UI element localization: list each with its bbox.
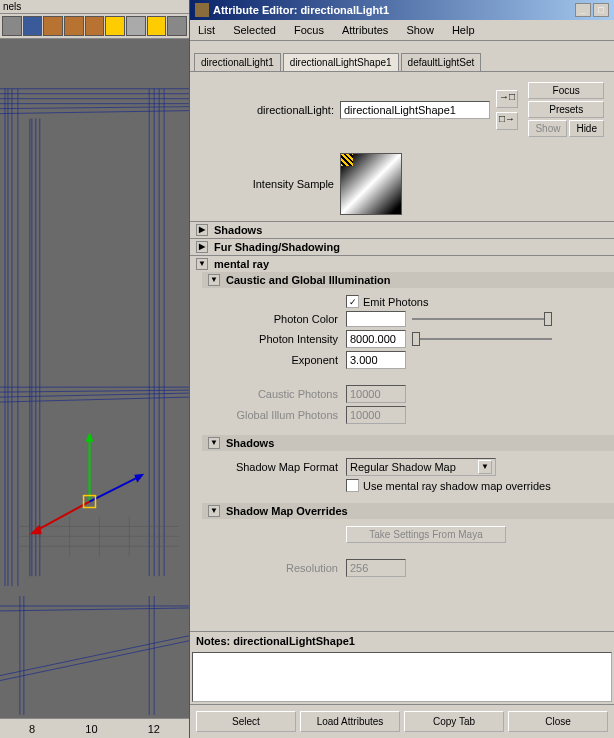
collapse-icon: ▶ [196,224,208,236]
output-connection-icon[interactable]: □→ [496,112,518,130]
shelf-icon[interactable] [147,16,167,36]
shelf-icon[interactable] [2,16,22,36]
global-illum-input [346,406,406,424]
tab-lightset[interactable]: defaultLightSet [401,53,482,71]
input-connection-icon[interactable]: →□ [496,90,518,108]
minimize-button[interactable]: _ [575,3,591,17]
notes-header: Notes: directionalLightShape1 [190,631,614,650]
shelf-icon[interactable] [85,16,105,36]
section-fur[interactable]: ▶ Fur Shading/Shadowing [190,239,614,255]
svg-line-41 [90,477,140,502]
section-title: Caustic and Global Illumination [226,274,390,286]
menu-list[interactable]: List [194,22,219,38]
global-illum-label: Global Illum Photons [226,409,346,421]
section-mentalray[interactable]: ▼ mental ray [190,256,614,272]
chevron-down-icon: ▼ [478,460,492,474]
caustic-photons-label: Caustic Photons [226,388,346,400]
menu-show[interactable]: Show [402,22,438,38]
section-title: mental ray [214,258,269,270]
menu-attributes[interactable]: Attributes [338,22,392,38]
section-title: Shadow Map Overrides [226,505,348,517]
select-button[interactable]: Select [196,711,296,732]
take-settings-button: Take Settings From Maya [346,526,506,543]
menu-selected[interactable]: Selected [229,22,280,38]
shadow-format-select[interactable]: Regular Shadow Map ▼ [346,458,496,476]
section-caustic[interactable]: ▼ Caustic and Global Illumination [202,272,614,288]
tab-bar: directionalLight1 directionalLightShape1… [190,49,614,71]
resolution-input [346,559,406,577]
photon-color-slider[interactable] [412,311,552,327]
window-title: Attribute Editor: directionalLight1 [213,4,575,16]
section-title: Shadows [214,224,262,236]
svg-line-19 [0,390,189,392]
notes-textarea[interactable] [192,652,612,702]
panel-title: nels [0,0,189,14]
collapse-icon: ▶ [196,241,208,253]
presets-button[interactable]: Presets [528,101,604,118]
frame-label: 8 [29,723,35,735]
frame-label: 10 [85,723,97,735]
exponent-label: Exponent [226,354,346,366]
viewport-3d[interactable] [0,39,189,718]
menu-focus[interactable]: Focus [290,22,328,38]
sample-label: Intensity Sample [200,178,340,190]
use-overrides-label: Use mental ray shadow map overrides [363,480,551,492]
close-button[interactable]: Close [508,711,608,732]
svg-line-39 [35,502,90,532]
svg-line-4 [0,107,189,109]
emit-photons-checkbox[interactable]: ✓ [346,295,359,308]
timeline[interactable]: 8 10 12 [0,718,189,738]
photon-intensity-label: Photon Intensity [226,333,346,345]
shelf-icon[interactable] [126,16,146,36]
shadow-format-label: Shadow Map Format [226,461,346,473]
load-attributes-button[interactable]: Load Attributes [300,711,400,732]
tab-light[interactable]: directionalLight1 [194,53,281,71]
section-title: Fur Shading/Shadowing [214,241,340,253]
svg-line-5 [0,111,189,114]
section-overrides[interactable]: ▼ Shadow Map Overrides [202,503,614,519]
expand-icon: ▼ [208,505,220,517]
tab-shape[interactable]: directionalLightShape1 [283,53,399,72]
focus-button[interactable]: Focus [528,82,604,99]
menu-bar: List Selected Focus Attributes Show Help [190,20,614,41]
photon-intensity-input[interactable] [346,330,406,348]
shelf-icon[interactable] [105,16,125,36]
photon-intensity-slider[interactable] [412,331,552,347]
shelf-icon[interactable] [23,16,43,36]
intensity-sample-swatch [340,153,402,215]
svg-marker-42 [134,474,144,483]
section-shadows[interactable]: ▶ Shadows [190,222,614,238]
photon-color-swatch[interactable] [346,311,406,327]
shelf-icon[interactable] [167,16,187,36]
show-button[interactable]: Show [528,120,567,137]
hide-button[interactable]: Hide [569,120,604,137]
name-label: directionalLight: [200,104,340,116]
shelf [0,14,189,39]
select-value: Regular Shadow Map [350,461,456,473]
photon-color-label: Photon Color [226,313,346,325]
node-name-input[interactable] [340,101,490,119]
expand-icon: ▼ [208,437,220,449]
use-overrides-checkbox[interactable] [346,479,359,492]
shelf-icon[interactable] [64,16,84,36]
svg-line-21 [0,397,189,402]
section-shadows2[interactable]: ▼ Shadows [202,435,614,451]
copy-tab-button[interactable]: Copy Tab [404,711,504,732]
shelf-icon[interactable] [43,16,63,36]
expand-icon: ▼ [208,274,220,286]
svg-line-25 [0,608,189,611]
svg-line-23 [0,641,189,681]
frame-label: 12 [148,723,160,735]
svg-line-20 [0,393,189,397]
emit-photons-label: Emit Photons [363,296,428,308]
exponent-input[interactable] [346,351,406,369]
menu-help[interactable]: Help [448,22,479,38]
expand-icon: ▼ [196,258,208,270]
caustic-photons-input [346,385,406,403]
svg-marker-38 [86,432,94,442]
window-icon [195,3,209,17]
svg-line-22 [0,636,189,676]
section-title: Shadows [226,437,274,449]
maximize-button[interactable]: □ [593,3,609,17]
resolution-label: Resolution [226,562,346,574]
